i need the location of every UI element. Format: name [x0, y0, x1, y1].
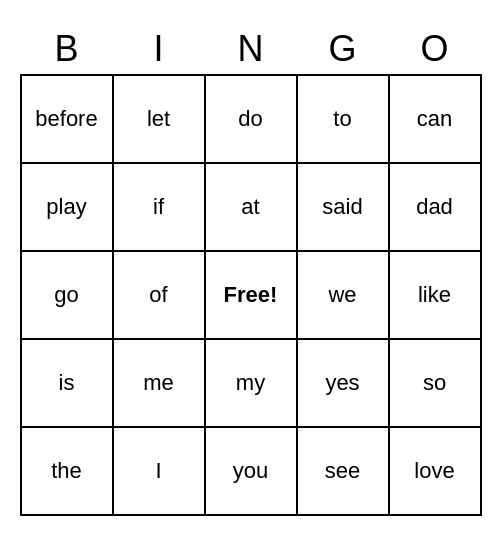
- cell-r1-c4[interactable]: dad: [389, 163, 481, 251]
- cell-r0-c1[interactable]: let: [113, 75, 205, 163]
- cell-r4-c1[interactable]: I: [113, 427, 205, 515]
- bingo-card: B I N G O beforeletdotocanplayifatsaidda…: [20, 28, 482, 516]
- cell-r3-c4[interactable]: so: [389, 339, 481, 427]
- cell-r0-c2[interactable]: do: [205, 75, 297, 163]
- cell-r2-c4[interactable]: like: [389, 251, 481, 339]
- cell-r3-c1[interactable]: me: [113, 339, 205, 427]
- cell-r3-c0[interactable]: is: [21, 339, 113, 427]
- bingo-grid: beforeletdotocanplayifatsaiddadgoofFree!…: [20, 74, 482, 516]
- cell-r0-c4[interactable]: can: [389, 75, 481, 163]
- header-g: G: [297, 28, 389, 70]
- bingo-header: B I N G O: [21, 28, 481, 70]
- cell-r2-c2[interactable]: Free!: [205, 251, 297, 339]
- cell-r3-c3[interactable]: yes: [297, 339, 389, 427]
- cell-r2-c3[interactable]: we: [297, 251, 389, 339]
- cell-r0-c3[interactable]: to: [297, 75, 389, 163]
- cell-r4-c2[interactable]: you: [205, 427, 297, 515]
- cell-r1-c2[interactable]: at: [205, 163, 297, 251]
- cell-r2-c1[interactable]: of: [113, 251, 205, 339]
- header-n: N: [205, 28, 297, 70]
- cell-r0-c0[interactable]: before: [21, 75, 113, 163]
- header-i: I: [113, 28, 205, 70]
- cell-r2-c0[interactable]: go: [21, 251, 113, 339]
- header-b: B: [21, 28, 113, 70]
- header-o: O: [389, 28, 481, 70]
- cell-r1-c0[interactable]: play: [21, 163, 113, 251]
- cell-r1-c1[interactable]: if: [113, 163, 205, 251]
- cell-r3-c2[interactable]: my: [205, 339, 297, 427]
- cell-r1-c3[interactable]: said: [297, 163, 389, 251]
- cell-r4-c0[interactable]: the: [21, 427, 113, 515]
- cell-r4-c3[interactable]: see: [297, 427, 389, 515]
- cell-r4-c4[interactable]: love: [389, 427, 481, 515]
